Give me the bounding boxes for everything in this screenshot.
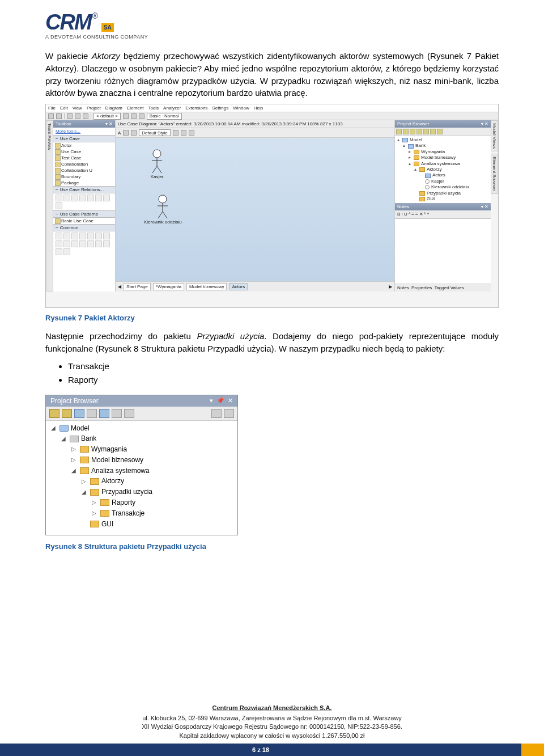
tool-usecase[interactable]: Use Case (53, 149, 115, 155)
footer-company: Centrum Rozwiązań Menedżerskich S.A. (0, 704, 544, 712)
up-icon[interactable] (211, 409, 222, 418)
tab-actors[interactable]: Actors (229, 283, 248, 290)
tool-boundary[interactable]: Boundary (53, 174, 115, 180)
right-vtab-model-views[interactable]: Model Views (491, 120, 498, 151)
menu-window[interactable]: Window (233, 105, 249, 111)
svg-line-3 (152, 166, 157, 173)
notes-toolbar[interactable]: B I U ᴬ ≡ ≡ ✕ ᵇ ᵃ (395, 210, 491, 218)
menu-settings[interactable]: Settings (212, 105, 228, 111)
toolbar-row-1[interactable]: < default > Basic · Normal (46, 112, 498, 120)
svg-line-9 (163, 212, 167, 218)
diagram-canvas[interactable]: Kasjer Kierownik oddziału (116, 138, 394, 281)
svg-line-8 (158, 212, 163, 218)
browser-toolbar-2[interactable] (46, 407, 237, 421)
footer-line2: XII Wydział Gospodarczy Krajowego Rejest… (0, 723, 544, 731)
menu-file[interactable]: File (48, 105, 56, 111)
menu-tools[interactable]: Tools (148, 105, 159, 111)
menu-diagram[interactable]: Diagram (105, 105, 122, 111)
dropdown-icon[interactable]: ▾ (210, 397, 213, 404)
logo-reg: ® (92, 11, 98, 20)
tool-actor[interactable]: Actor (53, 142, 115, 149)
tool-package[interactable]: Package (53, 180, 115, 186)
actor-kasjer[interactable]: Kasjer (150, 149, 164, 179)
actor-kierownik[interactable]: Kierownik oddziału (144, 195, 182, 225)
browser-tree[interactable]: ▴Model ▴Bank ▸Wymagania ▸Model biznesowy… (395, 136, 491, 203)
tab-mb[interactable]: Model biznesowy (186, 283, 227, 290)
tab-tagged[interactable]: Tagged Values (434, 285, 464, 290)
logo-tagline: A DEVOTEAM CONSULTING COMPANY (45, 34, 499, 40)
project-browser-header: Project Browser ▾ ✕ (395, 120, 491, 128)
page-number-bar: 6 z 18 (0, 744, 544, 756)
menu-help[interactable]: Help (254, 105, 263, 111)
section-patterns[interactable]: Use Case Patterns (53, 210, 115, 218)
page-number: 6 z 18 (0, 744, 521, 756)
menu-bar[interactable]: File Edit View Project Diagram Element T… (46, 104, 498, 112)
tool-icon[interactable] (131, 113, 137, 119)
close-icon[interactable]: ✕ (228, 397, 233, 404)
left-vtab-team-review[interactable]: Team Review (46, 120, 53, 292)
page-footer: Centrum Rozwiązań Menedżerskich S.A. ul.… (0, 704, 544, 740)
logo-sa: SA (101, 23, 114, 32)
tab-notes[interactable]: Notes (397, 285, 409, 290)
browser-tree-2[interactable]: ◢Model ◢Bank ▷Wymagania ▷Model biznesowy… (46, 421, 237, 535)
close-icon[interactable]: ▾ ✕ (481, 204, 488, 209)
tool-icon[interactable] (123, 113, 129, 119)
tool-icon[interactable] (48, 113, 54, 119)
toolbox-panel: Toolbox ▾ ✕ More tools... Use Case Actor… (53, 120, 116, 292)
figure-7-caption: Rysunek 7 Pakiet Aktorzy (45, 314, 499, 322)
section-relations[interactable]: Use Case Relations... (53, 186, 115, 193)
tool-icon[interactable] (99, 409, 109, 418)
tool-icon[interactable] (67, 113, 73, 119)
menu-extensions[interactable]: Extensions (185, 105, 207, 111)
paragraph-1: W pakiecie Aktorzy będziemy przechowywać… (45, 50, 499, 99)
notes-tabs[interactable]: Notes Properties Tagged Values (395, 284, 491, 292)
browser-toolbar[interactable] (395, 128, 491, 136)
tab-wym[interactable]: *Wymagania (153, 283, 184, 290)
tool-testcase[interactable]: Test Case (53, 155, 115, 161)
combo-default[interactable]: < default > (94, 113, 121, 120)
tool-icon[interactable] (112, 409, 122, 418)
toolbox-header: Toolbox ▾ ✕ (53, 120, 115, 128)
tab-props[interactable]: Properties (411, 285, 432, 290)
right-vtab-element-browser[interactable]: Element Browser (491, 154, 498, 194)
footer-line1: ul. Kłobucka 25, 02-699 Warszawa, Zareje… (0, 714, 544, 723)
tool-collab-u[interactable]: Collaboration U (53, 167, 115, 174)
tool-basic-uc[interactable]: Basic Use Case (53, 218, 115, 224)
tool-icon[interactable] (75, 113, 80, 119)
section-usecase[interactable]: Use Case (53, 135, 115, 142)
figure-8-screenshot: Project Browser ▾📌✕ ◢Model ◢Bank ▷Wymaga… (45, 395, 238, 536)
tool-icon[interactable] (83, 113, 88, 119)
close-icon[interactable]: ▾ ✕ (481, 121, 488, 126)
tool-icon[interactable] (139, 113, 144, 119)
tool-collab[interactable]: Collaboration (53, 161, 115, 167)
menu-element[interactable]: Element (127, 105, 143, 111)
menu-analyzer[interactable]: Analyzer (163, 105, 181, 111)
tool-icon[interactable] (74, 409, 84, 418)
page-accent (521, 744, 544, 756)
tab-start[interactable]: Start Page (124, 283, 151, 290)
notes-header: Notes ▾ ✕ (395, 203, 491, 210)
close-icon[interactable]: ▾ ✕ (105, 121, 113, 126)
down-icon[interactable] (224, 409, 234, 418)
menu-project[interactable]: Project (87, 105, 101, 111)
pin-icon[interactable]: 📌 (216, 397, 224, 404)
tool-icon[interactable] (124, 409, 134, 418)
tool-icon[interactable] (87, 409, 97, 418)
canvas-format-bar[interactable]: A Default Style (116, 128, 394, 138)
combo-basic[interactable]: Basic · Normal (147, 113, 182, 120)
more-tools-link[interactable]: More tools... (53, 128, 115, 135)
tool-icon[interactable] (56, 113, 62, 119)
tool-icon[interactable] (49, 409, 60, 418)
notes-body[interactable] (395, 218, 491, 284)
canvas-panel: Use Case Diagram: "Actors" created: 3/20… (116, 120, 394, 292)
section-common[interactable]: Common (53, 224, 115, 231)
tool-icon[interactable] (62, 409, 72, 418)
figure-7-screenshot: File Edit View Project Diagram Element T… (45, 104, 499, 308)
canvas-title-bar: Use Case Diagram: "Actors" created: 3/20… (116, 120, 394, 128)
menu-view[interactable]: View (73, 105, 82, 111)
canvas-tabs[interactable]: ◀ Start Page *Wymagania Model biznesowy … (116, 281, 394, 292)
menu-edit[interactable]: Edit (60, 105, 68, 111)
bullet-transakcje: Transakcje (68, 360, 499, 373)
project-browser-header-2: Project Browser ▾📌✕ (46, 395, 237, 407)
bullet-list: Transakcje Raporty (68, 360, 499, 387)
